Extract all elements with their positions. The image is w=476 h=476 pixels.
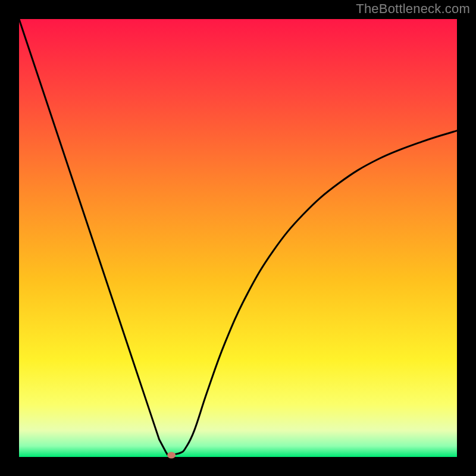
bottleneck-chart [0,0,476,476]
optimal-point-marker [167,452,176,459]
watermark-text: TheBottleneck.com [356,1,470,17]
chart-frame: TheBottleneck.com [0,0,476,476]
plot-background [19,19,457,457]
